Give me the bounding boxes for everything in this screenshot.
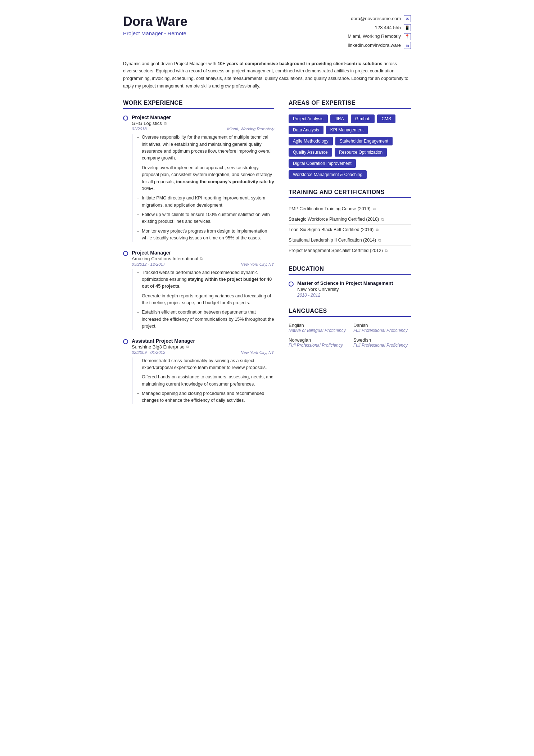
job-title-1: Project Manager: [132, 114, 274, 120]
job-bullet-1-4: Follow up with clients to ensure 100% cu…: [137, 211, 274, 225]
job-bullet-3-3: Managed opening and closing procedures a…: [137, 390, 274, 404]
training-item-2: Strategic Workforce Planning Certified (…: [289, 214, 411, 225]
job-entry-1: Project Manager GHG Logistics ⧉ 02/2018 …: [123, 114, 274, 242]
edu-details-1: Master of Science in Project Management …: [297, 280, 393, 298]
job-company-2: Amazing Creations International ⧉: [132, 256, 274, 261]
candidate-name: Dora Ware: [123, 14, 187, 29]
phone-text: 123 444 555: [375, 23, 401, 32]
job-circle-2: [123, 251, 128, 256]
training-link-icon-4: ⧉: [378, 238, 381, 243]
skill-tag-jira: JIRA: [330, 114, 348, 123]
skill-tag-digital: Digital Operation Improvement: [289, 159, 356, 168]
languages-section: LANGUAGES English Native or Bilingual Pr…: [289, 308, 411, 348]
job-location-2: New York City, NY: [240, 262, 274, 266]
external-link-icon-1: ⧉: [164, 121, 167, 126]
phone-icon: 📱: [404, 24, 411, 31]
edu-degree-1: Master of Science in Project Management: [297, 280, 393, 286]
job-bullet-2-2: Generate in-depth reports regarding vari…: [137, 293, 274, 307]
job-company-3: Sunshine Big3 Enterprise ⧉: [132, 344, 274, 350]
job-info-3: Assistant Project Manager Sunshine Big3 …: [132, 338, 274, 355]
job-date-2: 03/2012 - 12/2017: [132, 262, 165, 266]
job-location-1: Miami, Working Remotely: [227, 127, 274, 131]
left-column: WORK EXPERIENCE Project Manager GHG Logi…: [123, 100, 274, 412]
job-header-row-2: Project Manager Amazing Creations Intern…: [123, 250, 274, 266]
lang-level-danish: Full Professional Proficiency: [353, 328, 411, 333]
job-title-2: Project Manager: [132, 250, 274, 256]
skill-tag-resource: Resource Optimization: [335, 148, 387, 157]
job-bullet-2-3: Establish efficient coordination between…: [137, 309, 274, 330]
education-title: EDUCATION: [289, 266, 411, 275]
expertise-section: AREAS OF EXPERTISE Project Analysis JIRA…: [289, 100, 411, 179]
lang-item-english: English Native or Bilingual Proficiency: [289, 323, 346, 333]
edu-years-1: 2010 - 2012: [297, 293, 393, 298]
location-text: Miami, Working Remotely: [348, 32, 401, 41]
training-link-icon-5: ⧉: [385, 248, 388, 253]
job-circle-1: [123, 116, 128, 121]
training-item-3: Lean Six Sigma Black Belt Certified (201…: [289, 225, 411, 235]
skill-tag-stakeholder: Stakeholder Engagement: [335, 137, 393, 145]
lang-level-norwegian: Full Professional Proficiency: [289, 343, 346, 348]
job-date-1: 02/2018: [132, 127, 147, 131]
email-row: dora@novoresume.com ✉: [348, 14, 411, 23]
training-text-1: PMP Certification Training Course (2019): [289, 206, 371, 211]
edu-school-1: New York University: [297, 287, 393, 292]
lang-item-norwegian: Norwegian Full Professional Proficiency: [289, 337, 346, 348]
header-right: dora@novoresume.com ✉ 123 444 555 📱 Miam…: [348, 14, 411, 50]
job-bullet-3-1: Demonstrated cross-functionality by serv…: [137, 357, 274, 372]
lang-level-english: Native or Bilingual Proficiency: [289, 328, 346, 333]
training-link-icon-1: ⧉: [373, 207, 376, 211]
job-circle-3: [123, 339, 128, 344]
job-bullet-1-2: Develop overall implementation approach,…: [137, 165, 274, 193]
job-body-1: Oversee responsibility for the managemen…: [132, 134, 274, 242]
lang-name-english: English: [289, 323, 346, 328]
training-title: TRAINING AND CERTIFICATIONS: [289, 189, 411, 198]
expertise-title: AREAS OF EXPERTISE: [289, 100, 411, 109]
job-entry-3: Assistant Project Manager Sunshine Big3 …: [123, 338, 274, 404]
skill-tag-gtmhub: Gtmhub: [351, 114, 375, 123]
training-section: TRAINING AND CERTIFICATIONS PMP Certific…: [289, 189, 411, 256]
job-header-row-3: Assistant Project Manager Sunshine Big3 …: [123, 338, 274, 355]
skill-tags-container: Project Analysis JIRA Gtmhub CMS Data An…: [289, 114, 411, 179]
job-bullet-1-3: Initiate PMO directory and KPI reporting…: [137, 195, 274, 209]
skill-tag-cms: CMS: [377, 114, 395, 123]
location-row: Miami, Working Remotely 📍: [348, 32, 411, 41]
summary-text: Dynamic and goal-driven Project Manager …: [123, 60, 411, 90]
email-icon: ✉: [404, 15, 411, 22]
training-text-4: Situational Leadership II Certification …: [289, 238, 376, 243]
job-header-row-1: Project Manager GHG Logistics ⧉ 02/2018 …: [123, 114, 274, 131]
job-info-2: Project Manager Amazing Creations Intern…: [132, 250, 274, 266]
lang-item-danish: Danish Full Professional Proficiency: [353, 323, 411, 333]
education-section: EDUCATION Master of Science in Project M…: [289, 266, 411, 298]
job-location-3: New York City, NY: [240, 350, 274, 355]
skill-tag-data-analysis: Data Analysis: [289, 126, 323, 134]
header-left: Dora Ware Project Manager - Remote: [123, 14, 187, 36]
skill-tag-agile: Agile Methodology: [289, 137, 333, 145]
lang-item-swedish: Swedish Full Professional Proficiency: [353, 337, 411, 348]
job-bullet-3-2: Offered hands-on assistance to customers…: [137, 374, 274, 388]
lang-level-swedish: Full Professional Proficiency: [353, 343, 411, 348]
job-bullet-2-1: Tracked website performance and recommen…: [137, 269, 274, 290]
training-item-5: Project Management Specialist Certified …: [289, 246, 411, 256]
job-title-3: Assistant Project Manager: [132, 338, 274, 344]
lang-name-danish: Danish: [353, 323, 411, 328]
job-bullets-2: Tracked website performance and recommen…: [137, 269, 274, 330]
skill-tag-workforce: Workforce Management & Coaching: [289, 170, 367, 179]
candidate-title: Project Manager - Remote: [123, 30, 187, 36]
training-text-5: Project Management Specialist Certified …: [289, 248, 383, 253]
work-experience-title: WORK EXPERIENCE: [123, 100, 274, 109]
external-link-icon-3: ⧉: [186, 345, 189, 349]
linkedin-text: linkedin.com/in/dora.ware: [348, 41, 401, 50]
job-date-3: 02/2009 - 01/2012: [132, 350, 165, 355]
job-meta-2: 03/2012 - 12/2017 New York City, NY: [132, 262, 274, 266]
job-info-1: Project Manager GHG Logistics ⧉ 02/2018 …: [132, 114, 274, 131]
summary-section: Dynamic and goal-driven Project Manager …: [123, 60, 411, 90]
work-experience-section: WORK EXPERIENCE Project Manager GHG Logi…: [123, 100, 274, 404]
resume-header: Dora Ware Project Manager - Remote dora@…: [123, 14, 411, 50]
lang-name-norwegian: Norwegian: [289, 337, 346, 343]
right-column: AREAS OF EXPERTISE Project Analysis JIRA…: [289, 100, 411, 412]
languages-grid: English Native or Bilingual Proficiency …: [289, 323, 411, 348]
main-content: WORK EXPERIENCE Project Manager GHG Logi…: [123, 100, 411, 412]
phone-row: 123 444 555 📱: [348, 23, 411, 32]
edu-circle-1: [289, 282, 294, 287]
training-link-icon-2: ⧉: [381, 217, 384, 222]
